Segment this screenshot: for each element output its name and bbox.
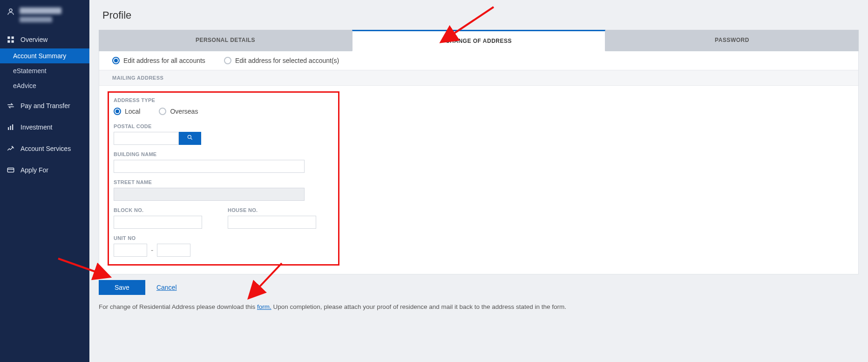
svg-rect-6 bbox=[10, 126, 11, 130]
tab-change-of-address[interactable]: CHANGE OF ADDRESS bbox=[352, 30, 605, 51]
building-name-input[interactable] bbox=[114, 160, 305, 173]
nav-overview[interactable]: Overview bbox=[0, 31, 89, 48]
services-icon bbox=[7, 144, 15, 153]
user-icon bbox=[7, 7, 15, 16]
tabs: PERSONAL DETAILS CHANGE OF ADDRESS PASSW… bbox=[99, 30, 859, 51]
block-no-label: BLOCK NO. bbox=[114, 207, 219, 213]
svg-rect-1 bbox=[7, 36, 10, 39]
nav-label: Account Services bbox=[20, 145, 71, 152]
user-name-redacted bbox=[20, 7, 61, 22]
mailing-address-label: MAILING ADDRESS bbox=[99, 70, 858, 86]
footnote: For change of Residential Address please… bbox=[89, 299, 868, 320]
nav-account-summary[interactable]: Account Summary bbox=[0, 48, 89, 63]
postal-code-label: POSTAL CODE bbox=[114, 123, 333, 129]
street-name-input[interactable] bbox=[114, 188, 305, 201]
search-icon bbox=[187, 134, 193, 143]
svg-rect-5 bbox=[8, 127, 9, 130]
house-no-input[interactable] bbox=[228, 216, 316, 229]
transfer-icon bbox=[7, 102, 15, 110]
address-form-highlight: ADDRESS TYPE Local Overseas bbox=[108, 91, 339, 266]
edit-scope-row: Edit address for all accounts Edit addre… bbox=[99, 51, 858, 70]
radio-icon bbox=[114, 108, 121, 115]
house-no-label: HOUSE NO. bbox=[228, 207, 333, 213]
action-row: Save Cancel bbox=[89, 274, 868, 299]
main-content: Profile PERSONAL DETAILS CHANGE OF ADDRE… bbox=[89, 0, 868, 362]
nav-investment[interactable]: Investment bbox=[0, 118, 89, 136]
nav-account-services[interactable]: Account Services bbox=[0, 140, 89, 157]
building-name-label: BUILDING NAME bbox=[114, 151, 333, 157]
svg-rect-4 bbox=[12, 41, 14, 43]
nav-pay-transfer[interactable]: Pay and Transfer bbox=[0, 97, 89, 115]
nav-label: Apply For bbox=[20, 166, 48, 174]
address-panel: Edit address for all accounts Edit addre… bbox=[99, 51, 859, 274]
unit-no-input-b[interactable] bbox=[157, 244, 190, 257]
sidebar: Overview Account Summary eStatement eAdv… bbox=[0, 0, 89, 362]
address-type-label: ADDRESS TYPE bbox=[114, 97, 333, 103]
nav-eadvice[interactable]: eAdvice bbox=[0, 78, 89, 93]
tab-password[interactable]: PASSWORD bbox=[605, 30, 859, 51]
user-block bbox=[0, 0, 89, 31]
unit-no-label: UNIT NO bbox=[114, 235, 333, 241]
nav-apply-for[interactable]: Apply For bbox=[0, 161, 89, 179]
nav-label: Overview bbox=[20, 36, 47, 43]
radio-overseas[interactable]: Overseas bbox=[159, 108, 198, 115]
tab-personal-details[interactable]: PERSONAL DETAILS bbox=[99, 30, 352, 51]
investment-icon bbox=[7, 123, 15, 131]
svg-rect-8 bbox=[7, 168, 14, 172]
radio-edit-selected[interactable]: Edit address for selected account(s) bbox=[224, 57, 339, 64]
cancel-link[interactable]: Cancel bbox=[156, 284, 177, 291]
svg-line-11 bbox=[191, 138, 192, 140]
nav-estatement[interactable]: eStatement bbox=[0, 63, 89, 78]
nav-label: Investment bbox=[20, 123, 52, 131]
street-name-label: STREET NAME bbox=[114, 179, 333, 185]
postal-code-input[interactable] bbox=[114, 132, 179, 145]
radio-icon bbox=[159, 108, 166, 115]
radio-icon bbox=[224, 57, 231, 64]
svg-rect-7 bbox=[12, 124, 13, 130]
svg-point-0 bbox=[9, 9, 12, 12]
nav-label: Pay and Transfer bbox=[20, 102, 70, 109]
svg-rect-2 bbox=[12, 36, 14, 39]
radio-local[interactable]: Local bbox=[114, 108, 140, 115]
apply-icon bbox=[7, 166, 15, 174]
save-button[interactable]: Save bbox=[99, 280, 145, 295]
svg-rect-3 bbox=[7, 41, 10, 43]
postal-search-button[interactable] bbox=[179, 132, 201, 145]
svg-point-10 bbox=[188, 135, 191, 138]
radio-edit-all[interactable]: Edit address for all accounts bbox=[112, 57, 205, 64]
unit-separator: - bbox=[151, 246, 153, 254]
download-form-link[interactable]: form. bbox=[257, 303, 271, 310]
page-title: Profile bbox=[89, 0, 868, 27]
radio-icon bbox=[112, 57, 120, 64]
overview-icon bbox=[7, 35, 15, 44]
unit-no-input-a[interactable] bbox=[114, 244, 147, 257]
block-no-input[interactable] bbox=[114, 216, 202, 229]
